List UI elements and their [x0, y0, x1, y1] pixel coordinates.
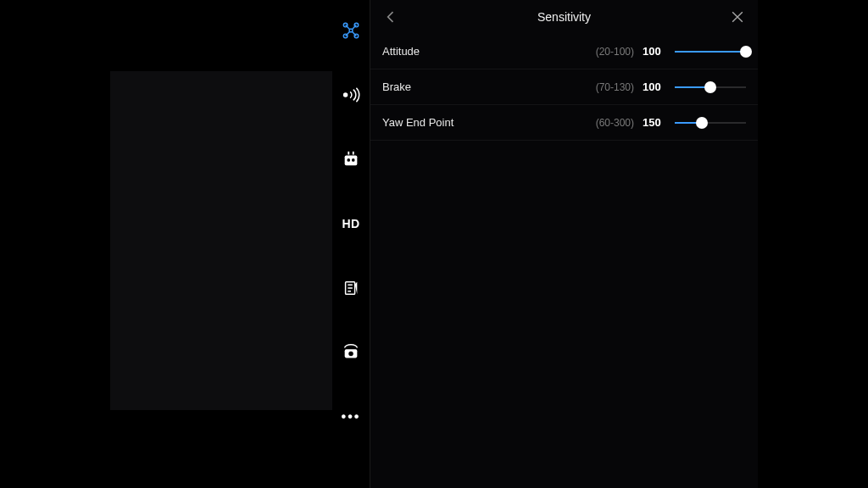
nav-hd[interactable]: HD [341, 214, 361, 234]
video-preview [110, 71, 332, 410]
camera-icon [342, 343, 360, 362]
settings-pane: Sensitivity Attitude (20-100) 100 Brake … [370, 0, 758, 488]
svg-rect-7 [353, 152, 354, 155]
svg-point-0 [343, 23, 348, 27]
setting-range: (70-130) [596, 81, 634, 93]
svg-rect-4 [349, 29, 353, 32]
nav-gimbal[interactable] [341, 342, 361, 363]
signal-icon [342, 86, 360, 104]
controller-icon [342, 150, 360, 169]
setting-row-brake: Brake (70-130) 100 [370, 69, 758, 105]
svg-point-5 [343, 92, 348, 97]
svg-point-13 [348, 352, 353, 357]
setting-label: Yaw End Point [382, 116, 453, 129]
slider-yaw[interactable] [675, 116, 746, 130]
close-icon [729, 8, 746, 25]
chevron-left-icon [382, 8, 399, 25]
setting-row-yaw: Yaw End Point (60-300) 150 [370, 105, 758, 141]
nav-battery[interactable] [341, 278, 361, 298]
nav-signal[interactable] [341, 85, 361, 105]
setting-range: (60-300) [596, 117, 634, 129]
svg-point-2 [343, 34, 348, 38]
settings-nav: HD ••• [332, 0, 370, 488]
nav-drone[interactable] [341, 20, 361, 41]
hd-icon: HD [342, 217, 359, 230]
drone-icon [342, 21, 360, 40]
settings-rows: Attitude (20-100) 100 Brake (70-130) 100… [370, 34, 758, 141]
settings-header: Sensitivity [370, 0, 758, 34]
setting-value: 100 [643, 80, 668, 93]
setting-row-attitude: Attitude (20-100) 100 [370, 34, 758, 69]
page-title: Sensitivity [537, 10, 591, 24]
svg-point-10 [352, 158, 355, 162]
nav-controller[interactable] [341, 149, 361, 169]
svg-point-3 [354, 34, 359, 38]
slider-brake[interactable] [675, 80, 746, 94]
setting-label: Brake [382, 80, 411, 93]
nav-more[interactable]: ••• [341, 407, 361, 427]
close-button[interactable] [729, 8, 746, 25]
setting-range: (20-100) [596, 46, 634, 58]
setting-label: Attitude [382, 45, 420, 58]
setting-value: 100 [643, 45, 668, 58]
clipboard-icon [342, 279, 360, 297]
svg-rect-6 [348, 152, 349, 155]
svg-point-1 [354, 23, 359, 27]
back-button[interactable] [382, 8, 399, 25]
more-icon: ••• [342, 409, 361, 424]
setting-value: 150 [643, 116, 668, 129]
slider-attitude[interactable] [675, 45, 746, 58]
svg-rect-8 [345, 155, 358, 165]
svg-point-9 [347, 158, 350, 162]
